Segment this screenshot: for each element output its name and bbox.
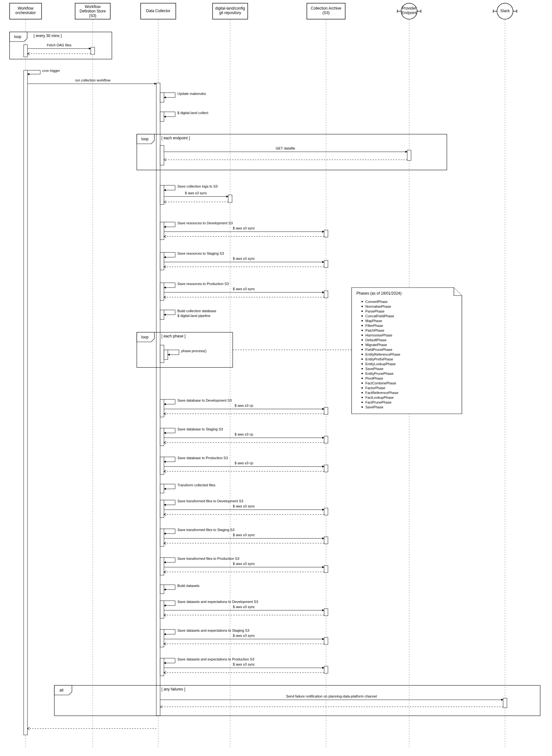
msg-run-workflow: run collection workflow [75, 78, 111, 82]
note-item: EntityLookupPhase [365, 362, 396, 366]
msg-save-trans-stg: Save transformed files to Staging S3 [177, 528, 235, 532]
note-item: MigratePhase [365, 343, 387, 347]
actor-gitrepo-label: digital-land/configgit repository [215, 6, 245, 15]
svg-rect-28 [160, 253, 164, 270]
activation-build-db [160, 310, 164, 319]
activation-defstore-dag [91, 47, 95, 54]
activation-provider-get [407, 150, 411, 160]
msg-transform: Transform collected files [177, 483, 216, 487]
frame-loop-phase-guard: [ each phase ] [161, 334, 185, 338]
msg-save-trans-prod: Save transformed files to Production S3 [177, 557, 239, 561]
msg-aws-cp-db-stg: $ aws s3 cp [235, 432, 253, 436]
svg-point-54 [362, 383, 363, 384]
msg-save-trans-dev: Save transformed files to Development S3 [177, 499, 243, 503]
note-item: HarmonisePhase [365, 333, 392, 337]
svg-point-56 [362, 392, 363, 393]
msg-aws-sync-trans-stg: $ aws s3 sync [233, 533, 255, 537]
svg-rect-33 [324, 291, 328, 298]
svg-rect-29 [324, 261, 328, 268]
msg-save-db-dev: Save database to Development S3 [177, 399, 232, 402]
svg-point-58 [362, 402, 363, 403]
actor-orchestrator-label: Workfloworchestrator [15, 6, 36, 15]
msg-aws-cp-db-prod: $ aws s3 cp [235, 461, 253, 465]
msg-aws-sync-trans-prod: $ aws s3 sync [233, 562, 255, 566]
msg-aws-sync-res-dev: $ aws s3 sync [233, 226, 255, 230]
svg-rect-65 [324, 436, 328, 443]
activation-dlcollect [160, 112, 164, 121]
svg-rect-80 [160, 558, 164, 575]
svg-point-50 [362, 363, 363, 364]
svg-rect-69 [324, 465, 328, 472]
svg-rect-76 [160, 529, 164, 547]
actor-gitrepo: digital-land/configgit repository [213, 3, 248, 19]
activation-makerules [160, 93, 164, 102]
group-save-res-stg: Save resources to Staging S3 $ aws s3 sy… [160, 252, 328, 270]
frame-loop-endpoint-tag: loop [141, 137, 149, 141]
msg-save-res-prod: Save resources to Production S3 [177, 282, 229, 286]
group-save-data-stg: Save datasets and expectations to Stagin… [160, 628, 328, 647]
msg-dl-pipeline: $ digital-land pipeline [177, 314, 210, 318]
svg-rect-72 [160, 500, 164, 517]
svg-point-42 [362, 325, 363, 326]
frame-alt: alt [ any failures ] [54, 686, 540, 716]
svg-point-38 [362, 306, 363, 307]
note-item: FactLookupPhase [365, 396, 394, 400]
msg-aws-sync-res-stg: $ aws s3 sync [233, 257, 255, 261]
activation-phase-inner [164, 350, 168, 359]
actor-slack: Slack [493, 3, 517, 19]
activation-orchestrator-main [24, 70, 27, 735]
svg-rect-92 [160, 658, 164, 676]
note-item: PatchPhase [365, 328, 384, 332]
group-save-data-prod: Save datasets and expectations to Produc… [160, 657, 328, 676]
activation-save-logs [160, 185, 164, 204]
note-item: EntityReferencePhase [365, 352, 400, 356]
actor-orchestrator: Workfloworchestrator [10, 3, 41, 19]
svg-rect-68 [160, 457, 164, 474]
msg-aws-sync-logs: $ aws s3 sync [185, 191, 207, 195]
svg-point-40 [362, 315, 363, 317]
msg-save-data-stg: Save datasets and expectations to Stagin… [177, 628, 249, 632]
msg-save-data-dev: Save datasets and expectations to Develo… [177, 600, 258, 604]
svg-point-45 [362, 339, 363, 341]
svg-rect-73 [324, 508, 328, 515]
svg-rect-88 [160, 629, 164, 647]
note-item: MapPhase [365, 319, 382, 323]
note-item: SavePhase [365, 367, 383, 371]
actor-archive: Collection Archive(S3) [307, 3, 345, 19]
group-save-data-dev: Save datasets and expectations to Develo… [160, 600, 328, 618]
msg-save-logs: Save collection logs to S3 [177, 184, 218, 188]
msg-save-data-prod: Save datasets and expectations to Produc… [177, 657, 254, 661]
group-save-trans-prod: Save transformed files to Production S3 … [160, 557, 328, 575]
group-save-db-prod: Save database to Production S3 $ aws s3 … [160, 456, 328, 474]
svg-point-51 [362, 368, 363, 369]
msg-aws-sync-data-stg: $ aws s3 sync [233, 634, 255, 637]
msg-update-makerules: Update makerules [177, 92, 206, 96]
svg-rect-85 [324, 609, 328, 616]
group-save-res-prod: Save resources to Production S3 $ aws s3… [160, 282, 328, 300]
svg-rect-61 [324, 407, 328, 415]
msg-dl-collect: $ digital-land collect [177, 111, 209, 115]
frame-loop-30min-guard: [ every 30 mins ] [33, 33, 62, 38]
note-item: NormalisePhase [365, 305, 391, 308]
svg-point-37 [362, 301, 363, 302]
msg-aws-sync-data-dev: $ aws s3 sync [233, 605, 255, 609]
msg-aws-sync-trans-dev: $ aws s3 sync [233, 504, 255, 508]
svg-point-48 [362, 354, 363, 355]
actor-collector-label: Data Collector [146, 9, 170, 13]
msg-aws-sync-res-prod: $ aws s3 sync [233, 287, 255, 291]
activation-orchestrator-dag [24, 45, 27, 57]
note-item: FactorPhase [365, 386, 385, 390]
svg-point-46 [362, 344, 363, 345]
svg-rect-96 [54, 686, 540, 716]
svg-rect-60 [160, 400, 164, 417]
msg-fetch-dag: Fetch DAG files [47, 43, 72, 47]
msg-save-res-dev: Save resources to Development S3 [177, 221, 233, 225]
msg-build-datasets: Build datasets [177, 584, 200, 588]
frame-loop-phase-tag: loop [141, 335, 149, 339]
activation-collector-main [156, 83, 160, 716]
actor-slack-label: Slack [500, 9, 510, 13]
activation-slack [503, 698, 507, 708]
frame-loop-endpoint-guard: [ each endpoint ] [161, 136, 190, 140]
svg-point-39 [362, 311, 363, 312]
note-item: DefaultPhase [365, 338, 386, 342]
